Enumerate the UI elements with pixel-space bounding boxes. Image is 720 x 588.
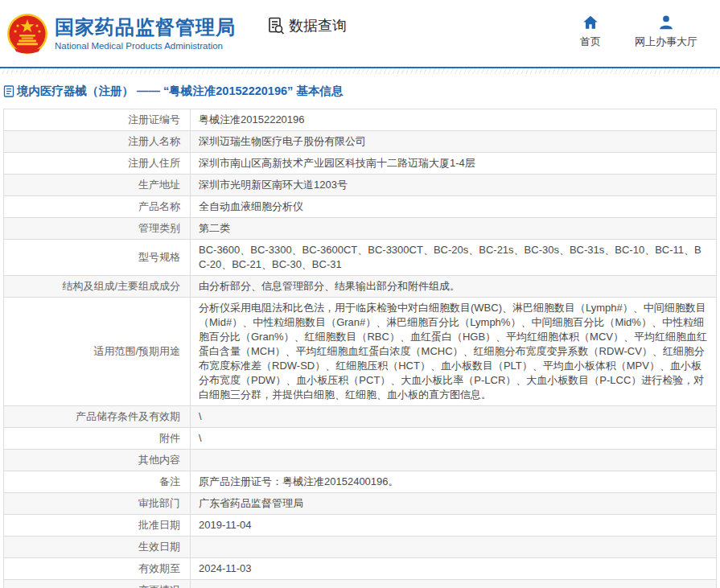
brand-text: 国家药品监督管理局 National Medical Products Admi… (55, 16, 236, 51)
info-table-body: 注册证编号粤械注准20152220196注册人名称深圳迈瑞生物医疗电子股份有限公… (4, 109, 717, 588)
row-label: 产品名称 (4, 196, 191, 218)
row-label: 变更情况 (4, 580, 191, 588)
row-label: 注册人名称 (4, 131, 191, 153)
row-label: 生产地址 (4, 175, 191, 196)
table-row: 结构及组成/主要组成成分由分析部分、信息管理部分、结果输出部分和附件组成。 (4, 276, 717, 298)
table-row: 附件\ (4, 428, 717, 450)
table-row: 审批部门广东省药品监督管理局 (4, 493, 717, 515)
row-value: BC-3600、BC-3300、BC-3600CT、BC-3300CT、BC-2… (191, 240, 717, 276)
row-value (191, 537, 717, 558)
document-icon (3, 85, 14, 97)
row-value: 第二类 (191, 218, 717, 240)
table-row: 管理类别第二类 (4, 218, 717, 240)
header-hatch-divider (0, 68, 720, 74)
row-label: 型号规格 (4, 240, 191, 276)
row-value: 深圳市光明新区南环大道1203号 (191, 175, 717, 196)
row-label: 备注 (4, 471, 191, 493)
table-row: 生效日期 (4, 537, 717, 558)
registration-info-table: 注册证编号粤械注准20152220196注册人名称深圳迈瑞生物医疗电子股份有限公… (3, 109, 717, 588)
row-label: 生效日期 (4, 537, 191, 558)
table-row: 型号规格BC-3600、BC-3300、BC-3600CT、BC-3300CT、… (4, 240, 717, 276)
data-query-icon (266, 16, 286, 35)
table-row: 备注原产品注册证号：粤械注准20152400196。 (4, 471, 717, 493)
row-value: \ (191, 406, 717, 428)
row-label: 批准日期 (4, 515, 191, 537)
row-value (191, 450, 717, 471)
row-label: 其他内容 (4, 450, 191, 471)
row-label: 有效期至 (4, 558, 191, 580)
breadcrumb: 境内医疗器械（注册） —— “粤械注准20152220196” 基本信息 (0, 74, 720, 107)
row-label: 注册人住所 (4, 153, 191, 175)
nav-service-hall-label: 网上办事大厅 (635, 35, 697, 49)
row-label: 注册证编号 (4, 109, 191, 131)
row-value: 广东省药品监督管理局 (191, 493, 717, 515)
page-title: 境内医疗器械（注册） —— “粤械注准20152220196” 基本信息 (17, 84, 343, 99)
row-value (191, 580, 717, 588)
table-row: 变更情况 (4, 580, 717, 588)
row-value: 全自动血液细胞分析仪 (191, 196, 717, 218)
row-value: 原产品注册证号：粤械注准20152400196。 (191, 471, 717, 493)
nav-data-query[interactable]: 数据查询 (266, 16, 347, 35)
table-row: 产品储存条件及有效期\ (4, 406, 717, 428)
row-value: 2019-11-04 (191, 515, 717, 537)
header: 国家药品监督管理局 National Medical Products Admi… (0, 0, 720, 68)
nav-home[interactable]: 首页 (580, 14, 601, 49)
row-label: 审批部门 (4, 493, 191, 515)
row-label: 产品储存条件及有效期 (4, 406, 191, 428)
row-label: 附件 (4, 428, 191, 450)
row-value: 由分析部分、信息管理部分、结果输出部分和附件组成。 (191, 276, 717, 298)
row-value: 深圳市南山区高新技术产业园区科技南十二路迈瑞大厦1-4层 (191, 153, 717, 175)
nav-service-hall[interactable]: 网上办事大厅 (635, 14, 697, 49)
table-row: 有效期至2024-11-03 (4, 558, 717, 580)
table-row: 注册人住所深圳市南山区高新技术产业园区科技南十二路迈瑞大厦1-4层 (4, 153, 717, 175)
brand: 国家药品监督管理局 National Medical Products Admi… (6, 13, 236, 55)
row-value: 深圳迈瑞生物医疗电子股份有限公司 (191, 131, 717, 153)
row-value: 分析仪采用电阻法和比色法，用于临床检验中对白细胞数目(WBC)、淋巴细胞数目（L… (191, 298, 717, 406)
table-row: 注册人名称深圳迈瑞生物医疗电子股份有限公司 (4, 131, 717, 153)
data-query-label: 数据查询 (289, 16, 347, 35)
table-row: 批准日期2019-11-04 (4, 515, 717, 537)
row-label: 适用范围/预期用途 (4, 298, 191, 406)
row-label: 结构及组成/主要组成成分 (4, 276, 191, 298)
national-emblem-logo (6, 13, 48, 55)
row-value: \ (191, 428, 717, 450)
header-right-nav: 首页 网上办事大厅 (580, 14, 712, 49)
row-value: 粤械注准20152220196 (191, 109, 717, 131)
table-row: 注册证编号粤械注准20152220196 (4, 109, 717, 131)
site-subtitle: National Medical Products Administration (55, 41, 236, 51)
nav-home-label: 首页 (580, 35, 601, 49)
row-value: 2024-11-03 (191, 558, 717, 580)
table-row: 生产地址深圳市光明新区南环大道1203号 (4, 175, 717, 196)
table-row: 其他内容 (4, 450, 717, 471)
table-row: 适用范围/预期用途分析仪采用电阻法和比色法，用于临床检验中对白细胞数目(WBC)… (4, 298, 717, 406)
home-icon (582, 14, 599, 31)
row-label: 管理类别 (4, 218, 191, 240)
site-title: 国家药品监督管理局 (55, 16, 236, 39)
user-icon (657, 14, 675, 31)
table-row: 产品名称全自动血液细胞分析仪 (4, 196, 717, 218)
